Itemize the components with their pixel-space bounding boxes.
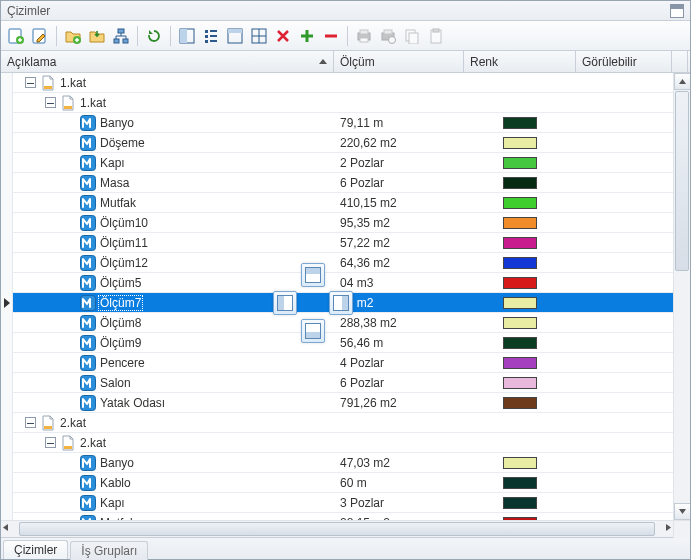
view-detail-button[interactable] [224,25,246,47]
measurement-row[interactable]: Pencere4 Pozlar [13,353,673,373]
row-visible-cell[interactable] [576,213,673,232]
row-color-cell[interactable] [464,233,576,252]
group-row[interactable]: 2.kat [13,413,673,433]
row-visible-cell[interactable] [576,293,673,312]
scroll-down-button[interactable] [674,503,690,520]
scroll-left-button[interactable] [1,521,10,535]
row-color-cell[interactable] [464,453,576,472]
add-button[interactable] [296,25,318,47]
expand-toggle[interactable] [45,97,56,108]
row-color-cell[interactable] [464,473,576,492]
tab-cizimler[interactable]: Çizimler [3,540,68,559]
measurement-row[interactable]: Mutfak410,15 m2 [13,193,673,213]
column-header-description[interactable]: Açıklama [1,51,334,72]
measurement-row[interactable]: Banyo79,11 m [13,113,673,133]
structure-button[interactable] [110,25,132,47]
edit-drawing-button[interactable] [29,25,51,47]
row-visible-cell[interactable] [576,113,673,132]
scroll-right-button[interactable] [664,521,673,535]
group-row[interactable]: 1.kat [13,93,673,113]
column-header-color[interactable]: Renk [464,51,576,72]
measurement-row[interactable]: Kablo60 m [13,473,673,493]
row-visible-cell[interactable] [576,393,673,412]
row-color-cell[interactable] [464,93,576,112]
row-color-cell[interactable] [464,353,576,372]
row-color-cell[interactable] [464,133,576,152]
row-visible-cell[interactable] [576,173,673,192]
scroll-up-button[interactable] [674,73,690,90]
measurement-row[interactable]: Ölçüm1095,35 m2 [13,213,673,233]
row-color-cell[interactable] [464,213,576,232]
row-color-cell[interactable] [464,173,576,192]
expand-toggle[interactable] [25,77,36,88]
row-visible-cell[interactable] [576,253,673,272]
row-visible-cell[interactable] [576,513,673,520]
row-color-cell[interactable] [464,273,576,292]
row-visible-cell[interactable] [576,433,673,452]
measurement-row[interactable]: Mutfak28,15 m2 [13,513,673,520]
remove-button[interactable] [320,25,342,47]
measurement-row[interactable]: Masa6 Pozlar [13,173,673,193]
copy-button[interactable] [401,25,423,47]
open-folder-button[interactable] [62,25,84,47]
print-button[interactable] [353,25,375,47]
row-color-cell[interactable] [464,373,576,392]
row-visible-cell[interactable] [576,73,673,92]
paste-button[interactable] [425,25,447,47]
row-color-cell[interactable] [464,113,576,132]
column-header-measurement[interactable]: Ölçüm [334,51,464,72]
row-visible-cell[interactable] [576,473,673,492]
measurement-row[interactable]: Kapı3 Pozlar [13,493,673,513]
view-grid-button[interactable] [248,25,270,47]
row-visible-cell[interactable] [576,153,673,172]
measurement-row[interactable]: Salon6 Pozlar [13,373,673,393]
view-tile-button[interactable] [176,25,198,47]
vertical-scroll-thumb[interactable] [675,91,689,271]
row-color-cell[interactable] [464,413,576,432]
group-row[interactable]: 1.kat [13,73,673,93]
print-preview-button[interactable] [377,25,399,47]
refresh-button[interactable] [143,25,165,47]
horizontal-scroll-thumb[interactable] [19,522,655,536]
measurement-row[interactable]: Döşeme220,62 m2 [13,133,673,153]
vertical-scrollbar[interactable] [673,73,690,520]
row-color-cell[interactable] [464,433,576,452]
row-visible-cell[interactable] [576,353,673,372]
row-visible-cell[interactable] [576,313,673,332]
row-visible-cell[interactable] [576,373,673,392]
expand-toggle[interactable] [25,417,36,428]
row-visible-cell[interactable] [576,133,673,152]
new-drawing-button[interactable] [5,25,27,47]
row-color-cell[interactable] [464,253,576,272]
tab-isgruplari[interactable]: İş Grupları [70,541,148,560]
measurement-row[interactable]: Kapı2 Pozlar [13,153,673,173]
row-color-cell[interactable] [464,73,576,92]
row-visible-cell[interactable] [576,233,673,252]
expand-toggle[interactable] [45,437,56,448]
row-color-cell[interactable] [464,493,576,512]
measurement-row[interactable]: Ölçüm956,46 m [13,333,673,353]
column-header-visible[interactable]: Görülebilir [576,51,671,72]
row-color-cell[interactable] [464,293,576,312]
measurement-row[interactable]: Ölçüm504 m3 [13,273,673,293]
view-list-button[interactable] [200,25,222,47]
horizontal-scrollbar[interactable] [1,520,690,537]
measurement-row[interactable]: Yatak Odası791,26 m2 [13,393,673,413]
row-visible-cell[interactable] [576,93,673,112]
row-visible-cell[interactable] [576,273,673,292]
row-visible-cell[interactable] [576,453,673,472]
row-color-cell[interactable] [464,513,576,520]
delete-button[interactable] [272,25,294,47]
row-color-cell[interactable] [464,313,576,332]
row-color-cell[interactable] [464,393,576,412]
row-color-cell[interactable] [464,153,576,172]
measurement-row[interactable]: Ölçüm8288,38 m2 [13,313,673,333]
measurement-row[interactable]: Banyo47,03 m2 [13,453,673,473]
row-visible-cell[interactable] [576,193,673,212]
measurement-row[interactable]: Ölçüm1264,36 m2 [13,253,673,273]
measurement-row[interactable]: Ölçüm725 m2 [13,293,673,313]
row-visible-cell[interactable] [576,413,673,432]
group-row[interactable]: 2.kat [13,433,673,453]
row-visible-cell[interactable] [576,333,673,352]
restore-window-icon[interactable] [670,4,684,18]
